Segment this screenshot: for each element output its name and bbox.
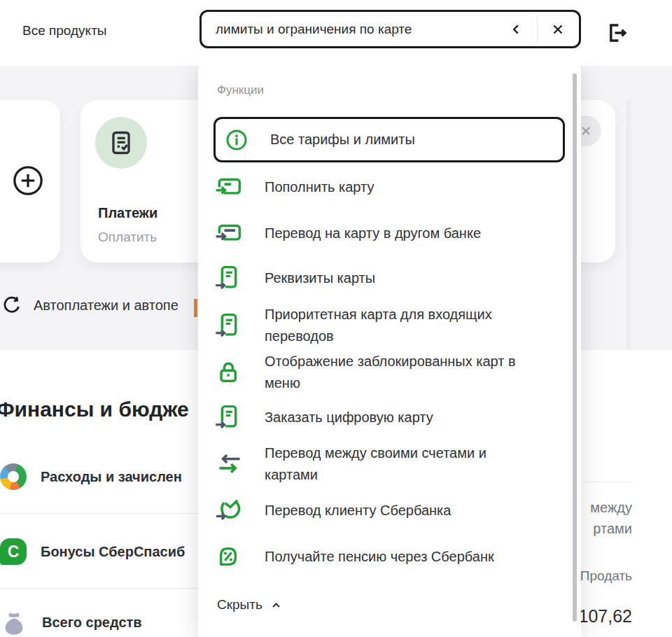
right-panel-text: между ртами [590,497,632,539]
menu-item-top-up-card[interactable]: Пополнить карту [214,173,553,201]
caret-up-icon [271,601,281,609]
row-divider [0,588,198,589]
doc-arrow-icon [214,402,245,433]
donut-chart-icon [0,463,27,490]
menu-item-show-blocked-cards[interactable]: Отображение заблокированных карт в меню [214,351,553,394]
search-input[interactable]: лимиты и ограничения по карте [202,22,504,37]
sell-button[interactable]: Продать [580,568,632,584]
card-arrow-in-icon [214,172,245,202]
menu-item-transfer-own-accounts[interactable]: Перевод между своими счетами и картами [214,442,553,486]
chevron-left-icon [508,21,525,38]
card-shadow-seam [626,100,634,350]
finance-row-label: Бонусы СберСпасиб [41,544,185,560]
payments-card-subtitle: Оплатить [98,230,157,245]
payments-card-title: Платежи [98,205,158,221]
doc-arrow-icon [214,262,245,293]
menu-item-transfer-other-bank[interactable]: Перевод на карту в другом банке [214,219,553,247]
refresh-icon [1,295,22,316]
menu-item-all-tariffs[interactable]: Все тарифы и лимиты [214,117,565,162]
finance-row-label: Расходы и зачислен [41,469,182,485]
search-divider [537,16,538,43]
add-product-card [0,100,60,262]
amount-value: 107,62 [579,606,632,626]
finance-row-bonuses[interactable]: С Бонусы СберСпасиб [0,537,185,566]
search-back-button[interactable] [504,15,529,43]
search-clear-button[interactable] [545,15,570,43]
lock-icon [214,358,245,386]
logout-button[interactable] [601,18,631,48]
menu-item-card-details[interactable]: Реквизиты карты [214,264,553,292]
plus-circle-icon [12,164,44,197]
card-arrow-out-icon [214,218,245,248]
close-icon [550,22,566,37]
menu-item-transfer-sber-client[interactable]: Перевод клиенту Сбербанка [214,496,553,524]
menu-item-pension[interactable]: Получайте пенсию через Сбербанк [214,542,553,570]
clipped-background-element [194,299,197,317]
sberspasibo-icon: С [0,538,27,565]
finance-row-label: Всего средств [42,615,142,631]
all-products-link[interactable]: Все продукты [22,23,107,38]
search-suggestions-panel: Функции Все тарифы и лимиты Пополнить ка… [198,59,581,637]
doc-arrow-icon [214,310,245,341]
menu-item-order-digital-card[interactable]: Заказать цифровую карту [214,403,553,431]
hide-suggestions-button[interactable]: Скрыть [217,597,281,612]
close-icon [579,124,593,138]
top-bar: Все продукты лимиты и ограничения по кар… [0,0,672,66]
finance-section-heading: Финансы и бюдже [0,398,189,421]
percent-leaf-icon [214,542,245,570]
money-bag-icon [0,608,28,637]
autopay-label: Автоплатежи и автопе [34,298,178,314]
scrollbar-thumb[interactable] [573,74,577,622]
add-button[interactable] [12,164,44,197]
swap-arrows-icon [214,449,245,479]
info-circle-icon [225,128,248,152]
autopay-row[interactable]: Автоплатежи и автопе [1,295,178,316]
search-box[interactable]: лимиты и ограничения по карте [200,10,581,48]
finance-row-total[interactable]: Всего средств [0,608,142,637]
logout-icon [603,20,629,46]
payments-icon-circle [95,117,147,169]
section-label: Функции [217,83,264,97]
row-divider [0,513,198,514]
menu-item-priority-card[interactable]: Приоритетная карта для входящих переводо… [214,304,553,347]
sber-transfer-icon [214,494,245,526]
finance-row-expenses[interactable]: Расходы и зачислен [0,462,182,491]
receipt-icon [106,128,136,158]
